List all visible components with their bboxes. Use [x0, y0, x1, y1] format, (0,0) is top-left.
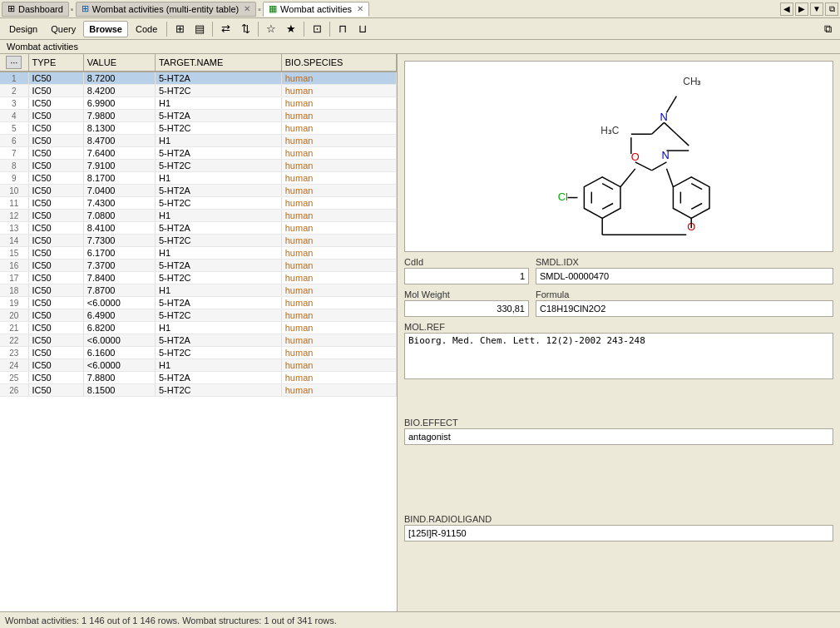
tab-dashboard[interactable]: ⊞ Dashboard [2, 2, 69, 17]
tab-multi-entity-close[interactable]: ✕ [244, 4, 250, 13]
row-value: 7.3700 [83, 260, 155, 272]
row-type: IC50 [28, 322, 83, 334]
row-species: human [281, 172, 396, 185]
row-value: 7.0400 [83, 185, 155, 197]
row-target: H1 [155, 210, 281, 222]
row-value: 7.0800 [83, 210, 155, 222]
row-species: human [281, 372, 396, 384]
design-button[interactable]: Design [3, 21, 43, 37]
tab-multi-entity[interactable]: ⊞ Wombat activities (multi-entity table)… [76, 2, 256, 17]
row-species: human [281, 160, 396, 172]
table-row[interactable]: 26 IC50 8.1500 5-HT2C human [0, 384, 397, 397]
star-icon-button[interactable]: ☆ [262, 21, 280, 37]
export2-icon-button[interactable]: ⊔ [353, 21, 372, 37]
bindradio-input[interactable] [404, 525, 833, 541]
activity-table: ··· TYPE VALUE TARGET.NAME BIO.SPECIES 1… [0, 54, 397, 397]
tab-nav-right[interactable]: ▶ [795, 2, 808, 16]
sort-icon-button[interactable]: ⇅ [236, 21, 254, 37]
table-row[interactable]: 7 IC50 7.6400 5-HT2A human [0, 147, 397, 160]
row-type: IC50 [28, 97, 83, 110]
query-button[interactable]: Query [45, 21, 82, 37]
molweight-input[interactable] [404, 300, 529, 317]
table-row[interactable]: 23 IC50 6.1600 5-HT2C human [0, 347, 397, 359]
row-species: human [281, 210, 396, 222]
row-type: IC50 [28, 72, 83, 85]
tab-dashboard-label: Dashboard [18, 4, 63, 14]
row-value: 7.9100 [83, 160, 155, 172]
column-menu-button[interactable]: ··· [6, 56, 22, 69]
sort-icon: ⇅ [241, 22, 250, 35]
table-row[interactable]: 14 IC50 7.7300 5-HT2C human [0, 235, 397, 247]
row-type: IC50 [28, 260, 83, 272]
col-type[interactable]: TYPE [28, 54, 83, 72]
h3c-label: H₃C [600, 125, 620, 136]
row-value: 7.7300 [83, 235, 155, 247]
bond-2 [652, 122, 665, 134]
browse-button[interactable]: Browse [83, 21, 128, 37]
table-icon-button[interactable]: ⊞ [170, 21, 189, 37]
table-row[interactable]: 1 IC50 8.7200 5-HT2A human [0, 72, 397, 85]
table-row[interactable]: 24 IC50 <6.0000 H1 human [0, 359, 397, 372]
row-target: 5-HT2A [155, 297, 281, 309]
table-row[interactable]: 3 IC50 6.9900 H1 human [0, 97, 397, 110]
tab-nav-window[interactable]: ⧉ [825, 2, 838, 16]
formula-input[interactable] [536, 300, 833, 317]
row-type: IC50 [28, 110, 83, 122]
table-row[interactable]: 2 IC50 8.4200 5-HT2C human [0, 85, 397, 97]
layout-icon-button[interactable]: ⊡ [308, 21, 326, 37]
row-num: 12 [0, 210, 28, 222]
multi-entity-icon: ⊞ [82, 3, 89, 14]
smdl-input[interactable] [536, 268, 833, 284]
tab-wombat-activities[interactable]: ▦ Wombat activities ✕ [263, 2, 369, 17]
tab-nav-down[interactable]: ▼ [810, 2, 823, 16]
tab-wombat-close[interactable]: ✕ [357, 4, 363, 13]
row-species: human [281, 185, 396, 197]
table-row[interactable]: 5 IC50 8.1300 5-HT2C human [0, 122, 397, 135]
table-row[interactable]: 10 IC50 7.0400 5-HT2A human [0, 185, 397, 197]
row-num: 1 [0, 72, 28, 85]
table-row[interactable]: 6 IC50 8.4700 H1 human [0, 135, 397, 147]
molref-textarea[interactable]: Bioorg. Med. Chem. Lett. 12(2)-2002 243-… [404, 333, 833, 379]
toolbar-sep-5 [329, 22, 330, 37]
table-scroll-area[interactable]: ··· TYPE VALUE TARGET.NAME BIO.SPECIES 1… [0, 54, 397, 520]
table-row[interactable]: 21 IC50 6.8200 H1 human [0, 322, 397, 334]
code-button[interactable]: Code [130, 21, 163, 37]
col-species[interactable]: BIO.SPECIES [281, 54, 396, 72]
form-icon-button[interactable]: ▤ [190, 21, 209, 37]
star-filled-button[interactable]: ★ [282, 21, 300, 37]
row-type: IC50 [28, 160, 83, 172]
table-row[interactable]: 17 IC50 7.8400 5-HT2C human [0, 272, 397, 284]
filter-icon-button[interactable]: ⇄ [216, 21, 235, 37]
table-panel: ··· TYPE VALUE TARGET.NAME BIO.SPECIES 1… [0, 54, 398, 611]
row-num: 25 [0, 372, 28, 384]
table-body: 1 IC50 8.7200 5-HT2A human 2 IC50 8.4200… [0, 72, 397, 397]
row-num: 15 [0, 247, 28, 260]
table-row[interactable]: 13 IC50 8.4100 5-HT2A human [0, 222, 397, 235]
table-row[interactable]: 18 IC50 7.8700 H1 human [0, 284, 397, 297]
table-row[interactable]: 15 IC50 6.1700 H1 human [0, 247, 397, 260]
row-species: human [281, 97, 396, 110]
row-value: 8.1700 [83, 172, 155, 185]
bond-1 [666, 96, 676, 113]
export1-icon-button[interactable]: ⊓ [334, 21, 352, 37]
table-row[interactable]: 16 IC50 7.3700 5-HT2A human [0, 260, 397, 272]
table-row[interactable]: 8 IC50 7.9100 5-HT2C human [0, 160, 397, 172]
col-target[interactable]: TARGET.NAME [155, 54, 281, 72]
table-row[interactable]: 11 IC50 7.4300 5-HT2C human [0, 197, 397, 210]
table-row[interactable]: 25 IC50 7.8800 5-HT2A human [0, 372, 397, 384]
row-num: 9 [0, 172, 28, 185]
cdid-input[interactable] [404, 268, 529, 284]
bioeffect-input[interactable] [404, 428, 833, 445]
tab-nav-left[interactable]: ◀ [780, 2, 793, 16]
col-value[interactable]: VALUE [83, 54, 155, 72]
table-row[interactable]: 9 IC50 8.1700 H1 human [0, 172, 397, 185]
row-target: H1 [155, 97, 281, 110]
table-row[interactable]: 22 IC50 <6.0000 5-HT2A human [0, 334, 397, 347]
table-row[interactable]: 4 IC50 7.9800 5-HT2A human [0, 110, 397, 122]
row-species: human [281, 147, 396, 160]
table-row[interactable]: 12 IC50 7.0800 H1 human [0, 210, 397, 222]
content-area: ··· TYPE VALUE TARGET.NAME BIO.SPECIES 1… [0, 54, 840, 611]
table-row[interactable]: 20 IC50 6.4900 5-HT2C human [0, 309, 397, 322]
table-row[interactable]: 19 IC50 <6.0000 5-HT2A human [0, 297, 397, 309]
detach-icon-button[interactable]: ⧉ [818, 21, 837, 37]
